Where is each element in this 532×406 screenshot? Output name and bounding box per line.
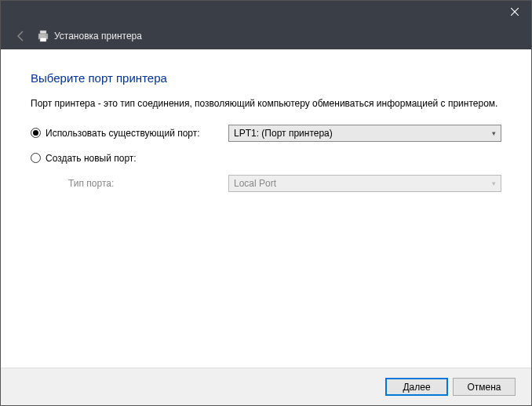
close-button[interactable]	[498, 1, 531, 23]
titlebar: Установка принтера	[1, 1, 531, 49]
next-button[interactable]: Далее	[385, 378, 448, 396]
window-title: Установка принтера	[54, 31, 142, 42]
existing-port-value: LPT1: (Порт принтера)	[234, 128, 333, 139]
create-new-port-radio[interactable]	[31, 153, 41, 163]
titlebar-controls	[1, 1, 531, 23]
svg-rect-0	[40, 31, 46, 34]
close-icon	[511, 8, 519, 16]
port-type-dropdown: Local Port ▾	[228, 175, 501, 192]
port-type-value: Local Port	[234, 178, 276, 189]
back-arrow-icon	[15, 30, 27, 42]
use-existing-port-radio-group[interactable]: Использовать существующий порт:	[31, 128, 228, 139]
page-heading: Выберите порт принтера	[31, 71, 501, 85]
titlebar-content: Установка принтера	[1, 23, 531, 49]
footer: Далее Отмена	[1, 368, 531, 405]
wizard-window: Установка принтера Выберите порт принтер…	[0, 0, 532, 406]
chevron-down-icon: ▾	[492, 179, 496, 187]
port-type-row: Тип порта: Local Port ▾	[31, 175, 501, 192]
use-existing-port-label: Использовать существующий порт:	[46, 128, 200, 139]
use-existing-port-row: Использовать существующий порт: LPT1: (П…	[31, 125, 501, 142]
existing-port-dropdown[interactable]: LPT1: (Порт принтера) ▾	[228, 125, 501, 142]
printer-icon	[37, 30, 49, 42]
chevron-down-icon: ▾	[492, 129, 496, 137]
create-new-port-radio-group[interactable]: Создать новый порт:	[31, 153, 228, 164]
port-type-label: Тип порта:	[31, 178, 228, 189]
svg-point-3	[46, 34, 47, 36]
page-description: Порт принтера - это тип соединения, позв…	[31, 97, 501, 111]
use-existing-port-radio[interactable]	[31, 128, 41, 138]
create-new-port-row: Создать новый порт:	[31, 153, 501, 164]
svg-rect-2	[40, 38, 46, 42]
back-button[interactable]	[12, 27, 31, 45]
cancel-button[interactable]: Отмена	[453, 378, 516, 396]
create-new-port-label: Создать новый порт:	[46, 153, 137, 164]
content-area: Выберите порт принтера Порт принтера - э…	[1, 49, 531, 368]
